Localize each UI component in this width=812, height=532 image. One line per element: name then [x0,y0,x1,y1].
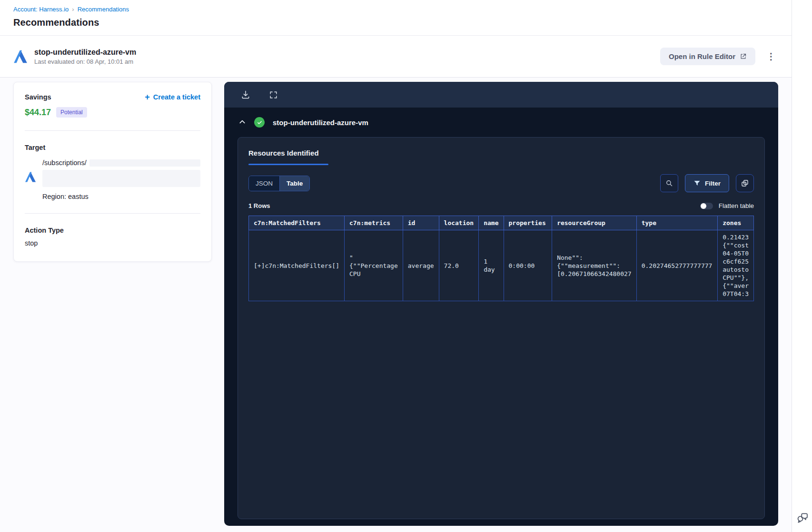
cell-name: 1 day [479,230,504,301]
meta-row: 1 Rows Flatten table [248,202,754,209]
open-rule-editor-label: Open in Rule Editor [669,52,735,60]
azure-icon [13,49,28,64]
column-header-properties: properties [504,216,552,230]
panel-rule-name: stop-underutilized-azure-vm [273,118,368,127]
column-header-resourceGroup: resourceGroup [552,216,637,230]
copy-button[interactable] [736,174,754,192]
cell-c7n:MatchedFilters[interactable]: [+]c7n:MatchedFilters[] [249,230,345,301]
column-header-zones: zones [718,216,754,230]
column-header-name: name [479,216,504,230]
topbar: Account: Harness.io › Recommendations Re… [0,0,792,36]
content-column: Account: Harness.io › Recommendations Re… [0,0,792,532]
page-title: Recommendations [13,17,792,28]
tab-resources-identified[interactable]: Resources Identified [248,149,319,157]
breadcrumb-current-link[interactable]: Recommendations [78,6,129,13]
collapse-button[interactable] [238,118,247,127]
column-header-location: location [439,216,479,230]
main-area: Savings + Create a ticket $44.17 Potenti… [0,78,792,532]
savings-amount: $44.17 [25,108,51,118]
download-icon [241,90,250,99]
rows-count: 1 Rows [248,202,270,209]
divider [25,213,200,214]
chat-button[interactable] [795,510,810,525]
resources-table: c7n:MatchedFiltersc7n:metricsidlocationn… [248,216,754,301]
column-header-type: type [636,216,718,230]
flatten-toggle[interactable] [700,203,713,209]
cell-location: 72.0 [439,230,479,301]
fullscreen-icon [269,90,278,99]
search-icon [665,179,673,187]
create-ticket-label: Create a ticket [153,93,200,101]
redacted-block [42,170,200,187]
column-header-c7n:MatchedFilters: c7n:MatchedFilters [249,216,345,230]
cell-properties: 0:00:00 [504,230,552,301]
cell-zones: 0.21423 {""cost 04-05T0 c6cf625 autosto … [718,230,754,301]
chevron-up-icon [238,118,246,126]
page: Account: Harness.io › Recommendations Re… [0,0,812,532]
copy-icon [741,179,749,187]
panel-toolbar [224,82,778,108]
cell-resourceGroup: None"": {""measurement"": [0.20671066342… [552,230,637,301]
rule-title: stop-underutilized-azure-vm [34,48,136,57]
tab-underline [248,164,328,165]
controls-row: JSON Table Filter [248,174,754,192]
action-type-label: Action Type [25,227,200,234]
redacted-text [89,159,200,167]
target-region: Region: eastus [42,193,200,200]
chat-icon [796,511,809,524]
success-check-icon [254,117,265,128]
column-header-c7n:metrics: c7n:metrics [345,216,403,230]
table-header-row: c7n:MatchedFiltersc7n:metricsidlocationn… [249,216,754,230]
action-type-value: stop [25,239,200,247]
filter-icon [693,180,701,187]
filter-button[interactable]: Filter [685,174,729,192]
table-wrap: c7n:MatchedFiltersc7n:metricsidlocationn… [248,216,754,301]
potential-badge: Potential [56,107,87,118]
target-label: Target [25,144,200,151]
json-view-button[interactable]: JSON [249,176,279,191]
fullscreen-button[interactable] [268,89,278,100]
table-view-button[interactable]: Table [279,176,309,191]
divider [25,130,200,131]
resources-card: Resources Identified JSON Table [238,137,765,519]
cell-type: 0.20274652777777777 [636,230,718,301]
evaluation-panel: stop-underutilized-azure-vm Resources Id… [224,82,778,526]
open-rule-editor-button[interactable]: Open in Rule Editor [660,48,755,65]
rule-status-row: stop-underutilized-azure-vm [238,108,765,137]
right-rail [792,0,812,532]
search-button[interactable] [660,174,678,192]
toggle-knob [701,203,706,209]
create-ticket-link[interactable]: + Create a ticket [145,93,200,101]
kebab-menu-button[interactable]: ⋮ [764,48,778,65]
breadcrumb-account-link[interactable]: Account: Harness.io [13,6,69,13]
header-card: stop-underutilized-azure-vm Last evaluat… [0,36,792,78]
column-header-id: id [403,216,439,230]
filter-label: Filter [705,180,721,187]
plus-icon: + [145,93,150,101]
cell-c7n:metrics: " {""Percentage CPU [345,230,403,301]
recommendation-details-card: Savings + Create a ticket $44.17 Potenti… [13,82,212,262]
target-path: /subscriptions/ [42,159,87,167]
savings-label: Savings [25,93,51,101]
rule-last-evaluated: Last evaluated on: 08 Apr, 10:01 am [34,58,136,65]
chevron-right-icon: › [72,6,74,13]
header-text: stop-underutilized-azure-vm Last evaluat… [34,48,136,65]
download-button[interactable] [240,89,251,100]
breadcrumb: Account: Harness.io › Recommendations [13,6,792,13]
cell-id: average [403,230,439,301]
target-azure-icon [25,171,36,183]
flatten-table-label: Flatten table [719,202,754,209]
external-link-icon [740,53,747,60]
view-toggle: JSON Table [248,176,310,191]
table-row: [+]c7n:MatchedFilters[]" {""Percentage C… [249,230,754,301]
